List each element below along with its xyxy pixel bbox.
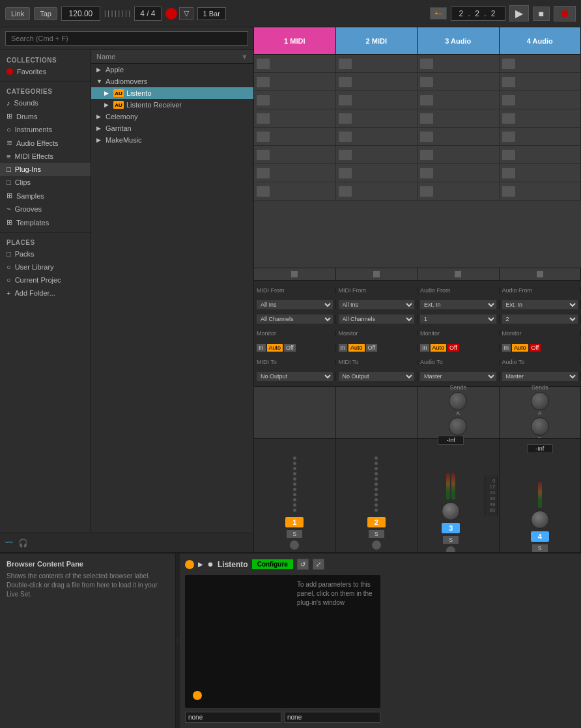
- sidebar-item-instruments[interactable]: ○ Instruments: [0, 123, 91, 136]
- track-number-2[interactable]: 2: [367, 517, 386, 527]
- sidebar-item-clips[interactable]: □ Clips: [0, 176, 91, 189]
- solo-button-4[interactable]: S: [532, 544, 548, 552]
- track-number-4[interactable]: 4: [531, 531, 549, 542]
- volume-knob-3[interactable]: [442, 502, 460, 520]
- clip-cell[interactable]: [254, 182, 336, 200]
- clip-cell[interactable]: [500, 182, 582, 200]
- clip-cell[interactable]: [500, 164, 582, 182]
- loop-length[interactable]: 1 Bar: [197, 7, 226, 20]
- channel-select-2[interactable]: All Channels: [339, 315, 415, 324]
- stop-button[interactable]: ■: [533, 7, 550, 21]
- arm-button-3[interactable]: [446, 546, 455, 552]
- volume-knob-4[interactable]: [531, 511, 549, 529]
- plugin-play-button[interactable]: ▶: [198, 561, 203, 568]
- in-button-2[interactable]: In: [339, 344, 348, 352]
- clip-cell[interactable]: [500, 55, 582, 72]
- clip-cell[interactable]: [336, 109, 418, 127]
- clip-cell[interactable]: [336, 55, 418, 72]
- sidebar-item-favorites[interactable]: Favorites: [0, 65, 91, 78]
- tree-item-makemusic[interactable]: ▶ MakeMusic: [91, 134, 253, 146]
- clip-cell[interactable]: [254, 109, 336, 127]
- sidebar-item-drums[interactable]: ⊞ Drums: [0, 109, 91, 123]
- clip-cell[interactable]: [254, 73, 336, 91]
- track-header-4-audio[interactable]: 4 Audio: [500, 27, 582, 54]
- clip-cell[interactable]: [336, 146, 418, 163]
- sort-arrow-icon[interactable]: ▼: [241, 53, 248, 61]
- tree-item-audiomovers[interactable]: ▼ Audiomovers: [91, 76, 253, 87]
- send-a-knob-4[interactable]: [531, 392, 549, 410]
- tree-item-celemony[interactable]: ▶ Celemony: [91, 111, 253, 122]
- clip-cell[interactable]: [336, 164, 418, 182]
- link-button[interactable]: Link: [5, 7, 30, 20]
- auto-button-2[interactable]: Auto: [348, 344, 365, 352]
- clip-cell[interactable]: [500, 146, 582, 163]
- source-select-4[interactable]: Ext. In: [502, 300, 578, 309]
- output-select-1[interactable]: No Output: [257, 372, 333, 381]
- clip-cell[interactable]: [336, 91, 418, 109]
- source-select-2[interactable]: All Ins: [339, 300, 415, 309]
- source-select-3[interactable]: Ext. In: [420, 300, 496, 309]
- arm-button-2[interactable]: [372, 540, 381, 550]
- clip-cell[interactable]: [500, 73, 582, 91]
- sidebar-item-sounds[interactable]: ♪ Sounds: [0, 96, 91, 109]
- headphone-icon[interactable]: 🎧: [18, 539, 28, 548]
- quantize-button[interactable]: +–: [430, 7, 446, 20]
- play-button[interactable]: ▶: [509, 5, 529, 21]
- clip-cell[interactable]: [254, 128, 336, 145]
- output-select-3[interactable]: Master: [420, 372, 496, 381]
- clip-cell[interactable]: [418, 55, 500, 72]
- configure-button[interactable]: Configure: [252, 559, 293, 569]
- channel-select-1[interactable]: All Channels: [257, 315, 333, 324]
- source-select-1[interactable]: All Ins: [257, 300, 333, 309]
- in-button-4[interactable]: In: [502, 344, 511, 352]
- tap-button[interactable]: Tap: [34, 7, 57, 20]
- clip-cell[interactable]: [254, 164, 336, 182]
- clip-cell[interactable]: [336, 73, 418, 91]
- track-number-3[interactable]: 3: [442, 523, 460, 533]
- time-signature[interactable]: 4 / 4: [134, 7, 161, 21]
- sidebar-item-plug-ins[interactable]: □ Plug-Ins: [0, 163, 91, 176]
- auto-button-3[interactable]: Auto: [431, 344, 447, 352]
- clip-cell[interactable]: [500, 128, 582, 145]
- clip-cell[interactable]: [418, 164, 500, 182]
- sidebar-item-templates[interactable]: ⊞ Templates: [0, 216, 91, 229]
- output-select-2[interactable]: No Output: [339, 372, 415, 381]
- sidebar-item-packs[interactable]: □ Packs: [0, 247, 91, 260]
- send-b-knob-4[interactable]: [531, 417, 549, 436]
- track-number-1[interactable]: 1: [285, 517, 304, 527]
- track-header-3-audio[interactable]: 3 Audio: [418, 27, 500, 54]
- search-input[interactable]: [5, 31, 248, 46]
- clip-cell[interactable]: [418, 109, 500, 127]
- plugin-expand-button[interactable]: ⤢: [313, 559, 324, 570]
- clip-cell[interactable]: [254, 55, 336, 72]
- sidebar-item-add-folder[interactable]: + Add Folder...: [0, 287, 91, 300]
- clip-cell[interactable]: [418, 182, 500, 200]
- clip-cell[interactable]: [254, 91, 336, 109]
- clip-cell[interactable]: [418, 73, 500, 91]
- wave-icon[interactable]: 〰: [5, 539, 13, 548]
- track-header-1-midi[interactable]: 1 MIDI: [254, 27, 336, 54]
- auto-button-1[interactable]: Auto: [267, 344, 283, 352]
- stop-cell-3[interactable]: [418, 268, 500, 280]
- in-button-1[interactable]: In: [257, 344, 266, 352]
- sidebar-item-grooves[interactable]: ~ Grooves: [0, 203, 91, 216]
- stop-cell-2[interactable]: [336, 268, 418, 280]
- send-a-knob[interactable]: [449, 392, 467, 410]
- clip-cell[interactable]: [500, 91, 582, 109]
- tree-item-garritan[interactable]: ▶ Garritan: [91, 122, 253, 134]
- send-b-knob[interactable]: [449, 417, 467, 436]
- track-header-2-midi[interactable]: 2 MIDI: [336, 27, 418, 54]
- plugin-power-button[interactable]: [185, 560, 194, 569]
- stop-cell-4[interactable]: [500, 268, 582, 280]
- clip-cell[interactable]: [500, 109, 582, 127]
- tree-item-apple[interactable]: ▶ Apple: [91, 64, 253, 76]
- stop-cell-1[interactable]: [254, 268, 336, 280]
- sidebar-item-midi-effects[interactable]: ≡ MIDI Effects: [0, 150, 91, 163]
- sidebar-item-user-library[interactable]: ○ User Library: [0, 260, 91, 273]
- sidebar-item-samples[interactable]: ⊞ Samples: [0, 189, 91, 203]
- plugin-record-button[interactable]: ⏺: [207, 561, 214, 568]
- solo-button-1[interactable]: S: [287, 530, 302, 538]
- off-button-1[interactable]: Off: [284, 344, 296, 352]
- tempo-display[interactable]: 120.00: [61, 7, 100, 21]
- channel-select-3[interactable]: 1: [420, 315, 496, 324]
